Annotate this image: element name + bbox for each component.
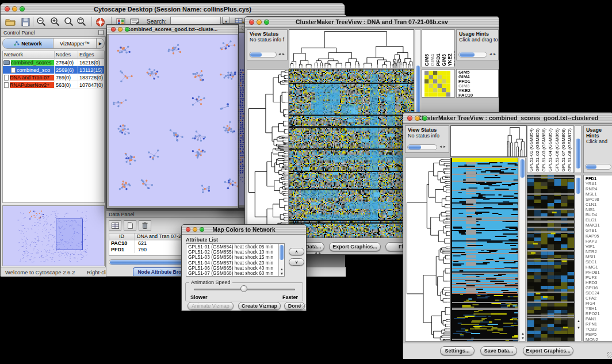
column-label[interactable]: GPL51-01 (GSM854): [529, 128, 535, 172]
gene-label[interactable]: PAN1: [586, 316, 612, 321]
export-graphics-button[interactable]: Export Graphics...: [523, 346, 573, 355]
scroll-up-icon[interactable]: ▲: [577, 319, 580, 323]
column-label[interactable]: PFD1: [436, 53, 441, 66]
treeview2-row-dendrogram[interactable]: [405, 158, 450, 342]
column-label[interactable]: GIM5: [424, 54, 430, 66]
gene-label[interactable]: MON2: [586, 337, 612, 342]
treeview2-column-labels[interactable]: GPL51-01 (GSM854)GPL51-02 (GSM855)GPL51-…: [527, 125, 574, 173]
treeview1-column-dendrogram[interactable]: [289, 29, 414, 68]
scroll-right-icon[interactable]: ►: [282, 52, 285, 56]
minimize-button[interactable]: [193, 227, 197, 232]
gene-label[interactable]: SPC98: [586, 197, 612, 202]
network-window-1-titlebar[interactable]: combined_scores_good.txt--cluste...: [107, 25, 238, 35]
gene-label[interactable]: PEP5: [586, 332, 612, 337]
treeview2-genelist-vscroll-thumb[interactable]: [576, 178, 580, 194]
usage-hints-hscroll-thumb[interactable]: [586, 164, 596, 169]
gene-label[interactable]: RPO21: [586, 311, 612, 316]
gene-label[interactable]: PFD1: [586, 176, 612, 181]
scroll-down-icon[interactable]: ▼: [577, 326, 580, 330]
gene-label[interactable]: PAC10: [458, 93, 498, 98]
tab-vizmapper[interactable]: VizMapper™: [53, 39, 96, 48]
network-table-row[interactable]: DNA and Tran 07769(0)183728(0): [3, 74, 104, 81]
network-table-row[interactable]: combined_scores2764(0)16218(0): [3, 59, 104, 66]
usage-hints-hscroll[interactable]: [458, 52, 487, 58]
col-edges[interactable]: Edges: [78, 51, 104, 58]
treeview2-heatmap-vscroll[interactable]: ▲ ▼: [519, 158, 526, 342]
gene-label[interactable]: ELG1: [586, 217, 612, 223]
gene-label[interactable]: HRD3: [586, 280, 612, 285]
treeview2-column-dendrogram[interactable]: [450, 125, 527, 157]
scroll-up-icon[interactable]: ▲: [280, 267, 284, 271]
tabs-overflow-button[interactable]: ▶: [96, 39, 104, 48]
gene-label[interactable]: CLN1: [586, 202, 612, 207]
gene-label[interactable]: MSI1: [586, 254, 612, 259]
column-label[interactable]: YKE2: [447, 53, 453, 66]
treeview1-heatmap-canvas[interactable]: [289, 69, 414, 238]
gene-label[interactable]: MSL1: [586, 191, 612, 197]
select-attributes-button[interactable]: [109, 220, 121, 231]
col-network[interactable]: Network: [3, 51, 55, 58]
attribute-list-vscroll[interactable]: ▲ ▼: [278, 244, 284, 276]
gene-label[interactable]: NTR2: [586, 249, 612, 254]
usage-hints-hscroll[interactable]: [585, 164, 611, 170]
zoom-button[interactable]: [20, 6, 25, 12]
scroll-left-icon[interactable]: ◄: [489, 52, 492, 56]
close-button[interactable]: [407, 116, 412, 121]
minimize-button[interactable]: [415, 116, 420, 121]
move-up-button[interactable]: ∧: [289, 248, 304, 255]
export-graphics-button[interactable]: Export Graphics...: [329, 242, 381, 251]
help-button[interactable]: [94, 16, 106, 28]
zoom-fit-button[interactable]: [75, 16, 88, 28]
scroll-right-icon[interactable]: ►: [493, 52, 496, 56]
treeview2-genelist-vscroll[interactable]: ▲ ▼: [575, 175, 582, 342]
gene-label[interactable]: RNR4: [586, 186, 612, 191]
gene-label[interactable]: PUF3: [586, 275, 612, 280]
close-button[interactable]: [5, 6, 10, 12]
zoom-button[interactable]: [422, 116, 427, 121]
minimize-button[interactable]: [12, 6, 17, 12]
usage-hints-hscroll-thumb[interactable]: [460, 52, 475, 57]
column-label[interactable]: GPL51-04 (GSM857): [548, 128, 554, 172]
view-status-hscroll-thumb[interactable]: [408, 145, 421, 150]
treeview1-row-dendrogram[interactable]: [247, 69, 289, 238]
zoom-button[interactable]: [200, 227, 204, 232]
open-session-button[interactable]: [4, 16, 17, 28]
column-label[interactable]: GPL51-02 (GSM855): [535, 128, 541, 172]
zoom-selected-button[interactable]: [63, 16, 75, 28]
create-vizmap-button[interactable]: Create Vizmap: [238, 302, 281, 310]
gene-label[interactable]: SEC24: [586, 290, 612, 296]
gene-label[interactable]: SEC1: [586, 259, 612, 265]
scroll-right-icon[interactable]: ►: [318, 251, 322, 255]
treeview2-gene-list[interactable]: PFD1YRA1RNR4MSL1SPC98CLN1NIS1BUD4ELG1MAK…: [583, 175, 612, 342]
save-session-button[interactable]: [19, 16, 32, 28]
treeview2-labels-vscroll[interactable]: [575, 125, 582, 173]
scroll-left-icon[interactable]: ◄: [278, 52, 281, 56]
zoom-in-button[interactable]: [49, 16, 62, 28]
treeview2-heatmap-vscroll-thumb[interactable]: [520, 159, 525, 178]
view-status-hscroll[interactable]: [249, 52, 277, 58]
view-status-hscroll-thumb[interactable]: [250, 52, 262, 57]
cytoscape-titlebar[interactable]: Cytoscape Desktop (Session Name: collins…: [1, 3, 345, 15]
network-view-canvas[interactable]: [109, 35, 238, 206]
attribute-listbox[interactable]: GPL51-01 (GSM854) heat shock 05 minGPL51…: [186, 243, 285, 277]
new-attribute-button[interactable]: [124, 220, 136, 231]
tab-network[interactable]: Network: [3, 39, 53, 48]
treeview2-labels-vscroll-thumb[interactable]: [576, 139, 580, 168]
speed-slider-thumb[interactable]: [240, 285, 247, 292]
scroll-down-icon[interactable]: ▼: [280, 272, 284, 276]
close-button[interactable]: [111, 27, 116, 32]
treeview1-titlebar[interactable]: ClusterMaker TreeView : DNA and Tran 07-…: [245, 17, 499, 28]
col-id[interactable]: ID: [109, 233, 135, 240]
gene-label[interactable]: HAP3: [586, 239, 612, 244]
gene-label[interactable]: GTB1: [586, 228, 612, 233]
network-overview-canvas[interactable]: [2, 205, 105, 266]
dialog-titlebar[interactable]: Map Colors to Network: [182, 225, 306, 235]
scroll-up-icon[interactable]: ▲: [521, 332, 525, 336]
resize-grip[interactable]: [299, 304, 305, 310]
network-table-row[interactable]: combined_sco2569(6)13112(15): [3, 66, 104, 74]
minimize-button[interactable]: [257, 20, 262, 25]
zoom-button[interactable]: [125, 27, 129, 32]
scroll-left-icon[interactable]: ◄: [439, 145, 442, 149]
resize-grip[interactable]: [607, 352, 612, 358]
treeview2-titlebar[interactable]: ClusterMaker TreeView : combined_scores_…: [403, 113, 612, 124]
